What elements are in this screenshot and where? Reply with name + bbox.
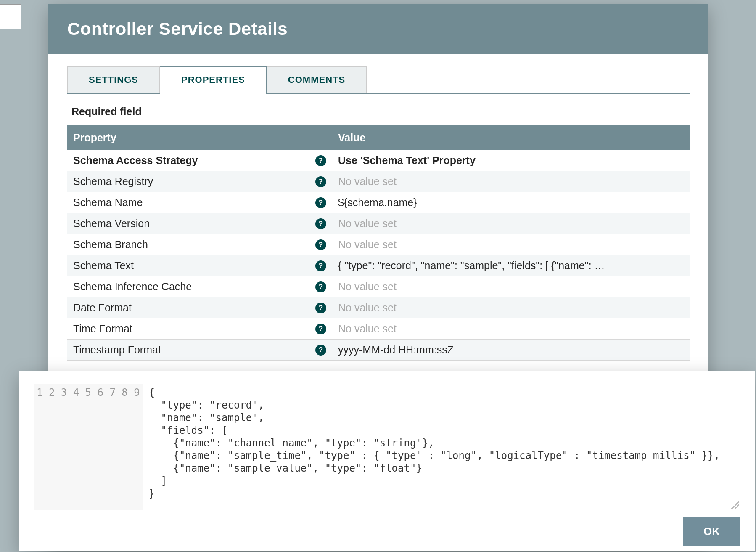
dialog-title: Controller Service Details (48, 4, 708, 54)
property-value[interactable]: No value set (338, 302, 607, 314)
help-icon[interactable]: ? (315, 176, 326, 187)
tab-comments[interactable]: COMMENTS (267, 66, 367, 93)
table-row[interactable]: Schema Registry?No value set (67, 171, 690, 192)
property-actions (613, 340, 690, 361)
property-actions (613, 150, 690, 171)
help-icon[interactable]: ? (315, 324, 326, 334)
property-actions (613, 255, 690, 276)
col-header-blank (613, 125, 690, 150)
property-value[interactable]: No value set (338, 281, 607, 293)
code-content[interactable]: { "type": "record", "name": "sample", "f… (143, 384, 740, 510)
property-value[interactable]: yyyy-MM-dd HH:mm:ssZ (338, 344, 607, 356)
property-name: Time Format (73, 323, 132, 335)
property-name: Date Format (73, 302, 132, 314)
property-actions (613, 318, 690, 340)
property-value[interactable]: No value set (338, 323, 607, 335)
property-actions (613, 234, 690, 255)
property-value[interactable]: ${schema.name} (338, 196, 607, 209)
property-actions (613, 213, 690, 234)
table-row[interactable]: Schema Version?No value set (67, 213, 690, 234)
resize-handle-icon[interactable] (731, 501, 739, 509)
property-value[interactable]: No value set (338, 218, 607, 230)
property-actions (613, 297, 690, 318)
property-name: Schema Inference Cache (73, 281, 192, 293)
property-name: Schema Access Strategy (73, 154, 198, 167)
help-icon[interactable]: ? (315, 303, 326, 313)
table-row[interactable]: Time Format?No value set (67, 318, 690, 340)
property-name: Timestamp Format (73, 344, 161, 356)
help-icon[interactable]: ? (315, 218, 326, 229)
help-icon[interactable]: ? (315, 260, 326, 271)
schema-text-editor-dialog: 1 2 3 4 5 6 7 8 9 { "type": "record", "n… (19, 371, 755, 551)
property-value[interactable]: Use 'Schema Text' Property (338, 154, 607, 167)
ok-button[interactable]: OK (683, 518, 740, 546)
properties-table: Property Value Schema Access Strategy?Us… (67, 125, 690, 361)
property-actions (613, 171, 690, 192)
property-name: Schema Registry (73, 175, 153, 188)
help-icon[interactable]: ? (315, 239, 326, 250)
property-value[interactable]: { "type": "record", "name": "sample", "f… (338, 260, 607, 272)
col-header-property: Property (67, 125, 332, 150)
col-header-value: Value (332, 125, 613, 150)
tab-settings[interactable]: SETTINGS (67, 66, 160, 93)
code-editor[interactable]: 1 2 3 4 5 6 7 8 9 { "type": "record", "n… (34, 384, 740, 510)
help-icon[interactable]: ? (315, 197, 326, 208)
dialog-tabs: SETTINGS PROPERTIES COMMENTS (67, 66, 690, 94)
property-actions (613, 192, 690, 213)
tab-properties[interactable]: PROPERTIES (160, 66, 267, 94)
property-actions (613, 276, 690, 297)
table-row[interactable]: Schema Text?{ "type": "record", "name": … (67, 255, 690, 276)
table-row[interactable]: Date Format?No value set (67, 297, 690, 318)
help-icon[interactable]: ? (315, 155, 326, 166)
property-name: Schema Branch (73, 239, 148, 251)
table-row[interactable]: Schema Access Strategy?Use 'Schema Text'… (67, 150, 690, 171)
table-row[interactable]: Schema Branch?No value set (67, 234, 690, 255)
property-name: Schema Name (73, 196, 143, 209)
help-icon[interactable]: ? (315, 281, 326, 292)
help-icon[interactable]: ? (315, 345, 326, 356)
property-name: Schema Version (73, 218, 150, 230)
required-field-label: Required field (71, 106, 690, 118)
table-row[interactable]: Schema Name?${schema.name} (67, 192, 690, 213)
background-tab-fragment (0, 4, 21, 29)
code-gutter: 1 2 3 4 5 6 7 8 9 (34, 384, 143, 510)
table-row[interactable]: Timestamp Format?yyyy-MM-dd HH:mm:ssZ (67, 340, 690, 361)
property-name: Schema Text (73, 260, 134, 272)
property-value[interactable]: No value set (338, 175, 607, 188)
property-value[interactable]: No value set (338, 239, 607, 251)
table-row[interactable]: Schema Inference Cache?No value set (67, 276, 690, 297)
